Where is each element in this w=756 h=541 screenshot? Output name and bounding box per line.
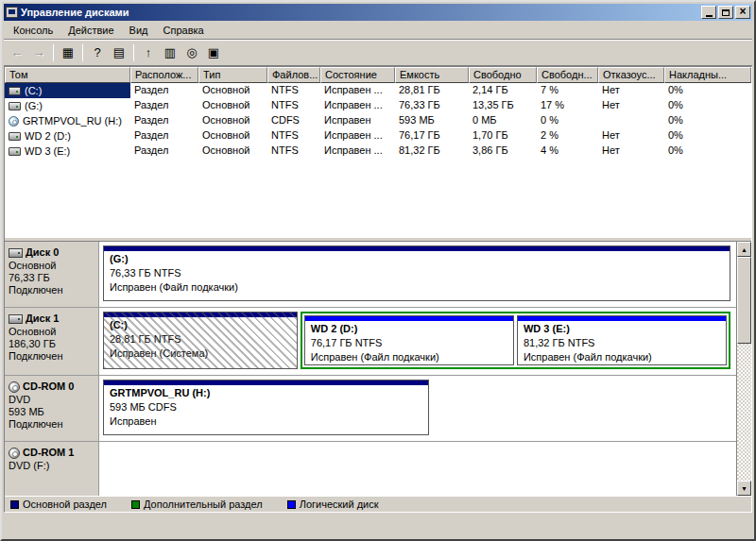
- forward-button[interactable]: →: [28, 42, 49, 63]
- column-header-volume[interactable]: Том: [5, 67, 130, 83]
- partition-status: Исправен (Система): [104, 346, 297, 360]
- cd-icon: [9, 116, 19, 127]
- column-header-type[interactable]: Тип: [198, 67, 267, 83]
- fault-tolerance-cell: Нет: [598, 128, 664, 144]
- type-cell: Основной: [198, 98, 267, 113]
- column-header-filesystem[interactable]: Файлов...: [267, 67, 320, 83]
- partition-wd2-d[interactable]: WD 2 (D:) 76,17 ГБ NTFS Исправен (Файл п…: [304, 315, 514, 365]
- cdrom1-label[interactable]: CD-ROM 1 DVD (F:): [5, 442, 99, 496]
- show-console-tree-button[interactable]: ▦: [58, 42, 78, 63]
- disk-size: 186,30 ГБ: [9, 338, 95, 350]
- menu-help[interactable]: Справка: [156, 22, 212, 39]
- free-pct-cell: 17 %: [537, 98, 598, 113]
- minimize-icon: [706, 15, 713, 17]
- fault-tolerance-cell: Нет: [598, 98, 664, 113]
- status-cell: Исправен ...: [320, 128, 395, 144]
- export-list-button[interactable]: ▤: [109, 42, 129, 63]
- minimize-button[interactable]: [701, 6, 716, 19]
- disk0-label[interactable]: Диск 0 Основной 76,33 ГБ Подключен: [5, 242, 99, 307]
- disk-kind: Основной: [9, 260, 95, 272]
- filesystem-cell: NTFS: [267, 98, 320, 113]
- column-header-free[interactable]: Свободно: [469, 67, 537, 83]
- partition-status: Исправен: [104, 414, 428, 428]
- volume-name-cell: WD 2 (D:): [5, 128, 130, 144]
- disk-status: Подключен: [9, 350, 95, 363]
- menu-view[interactable]: Вид: [122, 22, 156, 39]
- partition-grtmpvol-h[interactable]: GRTMPVOL_RU (H:) 593 МБ CDFS Исправен: [103, 380, 429, 435]
- column-header-status[interactable]: Состояние: [320, 67, 395, 83]
- partition-size: 81,32 ГБ NTFS: [518, 335, 726, 349]
- partition-size: 28,81 ГБ NTFS: [104, 331, 297, 346]
- partition-wd3-e[interactable]: WD 3 (E:) 81,32 ГБ NTFS Исправен (Файл п…: [517, 315, 727, 365]
- layout-cell: Раздел: [130, 83, 198, 98]
- menu-console[interactable]: Консоль: [6, 22, 60, 39]
- find-button[interactable]: ◎: [181, 42, 202, 63]
- volume-name-cell: (C:): [5, 83, 130, 98]
- volume-row-h[interactable]: GRTMPVOL_RU (H:) Раздел Основной CDFS Ис…: [5, 113, 751, 128]
- scrollbar-thumb[interactable]: [737, 257, 751, 344]
- partition-g[interactable]: (G:) 76,33 ГБ NTFS Исправен (Файл подкач…: [103, 245, 730, 301]
- back-button[interactable]: ←: [7, 42, 27, 63]
- column-header-capacity[interactable]: Емкость: [395, 67, 469, 83]
- toolbar-separator: [82, 44, 83, 61]
- overhead-cell: 0%: [664, 144, 751, 159]
- layout-cell: Раздел: [130, 128, 198, 144]
- status-cell: Исправен: [320, 113, 395, 128]
- disk-kind: DVD: [9, 394, 95, 406]
- up-level-button[interactable]: ↑: [138, 42, 159, 63]
- views-icon: ▣: [208, 45, 219, 59]
- cdrom0-label[interactable]: CD-ROM 0 DVD 593 МБ Подключен: [5, 376, 99, 441]
- column-header-overhead[interactable]: Накладны...: [664, 67, 751, 83]
- scrollbar-track[interactable]: [737, 344, 751, 481]
- status-cell: Исправен ...: [320, 144, 395, 159]
- close-button[interactable]: ×: [735, 6, 750, 19]
- partition-size: 76,33 ГБ NTFS: [104, 265, 730, 279]
- filesystem-cell: CDFS: [267, 113, 320, 128]
- extended-partition-swatch: [131, 500, 140, 509]
- logical-disk-swatch: [287, 500, 296, 509]
- disk-size: 593 МБ: [9, 406, 95, 418]
- scroll-down-button[interactable]: ▼: [737, 481, 751, 496]
- maximize-icon: [722, 9, 730, 16]
- volume-row-d[interactable]: WD 2 (D:) Раздел Основной NTFS Исправен …: [5, 128, 751, 144]
- column-header-free-pct[interactable]: Свободн...: [537, 67, 598, 83]
- disk1-label[interactable]: Диск 1 Основной 186,30 ГБ Подключен: [5, 308, 99, 375]
- column-header-fault-tolerance[interactable]: Отказоус...: [598, 67, 664, 83]
- column-header-layout[interactable]: Располож...: [130, 67, 198, 83]
- volume-row-g[interactable]: (G:) Раздел Основной NTFS Исправен ... 7…: [5, 98, 751, 113]
- volume-row-e[interactable]: WD 3 (E:) Раздел Основной NTFS Исправен …: [5, 144, 751, 159]
- filesystem-cell: NTFS: [267, 128, 320, 144]
- graphical-view: Диск 0 Основной 76,33 ГБ Подключен (G:) …: [5, 242, 751, 496]
- drive-icon: [9, 102, 21, 110]
- volume-row-c[interactable]: (C:) Раздел Основной NTFS Исправен ... 2…: [5, 83, 751, 98]
- empty-media-area: [99, 442, 736, 496]
- partition-status: Исправен (Файл подкачки): [518, 349, 726, 363]
- status-cell: Исправен ...: [320, 98, 395, 113]
- back-icon: ←: [11, 45, 24, 59]
- partition-title: GRTMPVOL_RU (H:): [104, 385, 428, 399]
- maximize-button[interactable]: [718, 6, 733, 19]
- scroll-up-button[interactable]: ▲: [737, 242, 751, 257]
- partition-status: Исправен (Файл подкачки): [104, 279, 730, 294]
- views-button[interactable]: ▣: [203, 42, 224, 63]
- menu-action[interactable]: Действие: [60, 22, 121, 39]
- partition-c-selected[interactable]: (C:) 28,81 ГБ NTFS Исправен (Система): [103, 312, 298, 369]
- help-button[interactable]: ?: [87, 42, 108, 63]
- title-bar[interactable]: Управление дисками ×: [4, 4, 752, 21]
- export-list-icon: ▤: [113, 45, 125, 59]
- capacity-cell: 28,81 ГБ: [395, 83, 469, 98]
- scroll-up-icon: ▲: [741, 246, 747, 253]
- type-cell: Основной: [198, 144, 267, 159]
- open-button[interactable]: ▥: [160, 42, 180, 63]
- open-folder-icon: ▥: [164, 45, 176, 59]
- vertical-scrollbar[interactable]: ▲ ▼: [736, 242, 751, 496]
- toolbar: ← → ▦ ? ▤ ↑ ▥ ◎ ▣: [4, 40, 752, 66]
- volume-name-cell: WD 3 (E:): [5, 144, 130, 159]
- disk-row-0: Диск 0 Основной 76,33 ГБ Подключен (G:) …: [5, 242, 736, 308]
- type-cell: Основной: [198, 83, 267, 98]
- close-icon: ×: [739, 6, 746, 17]
- legend-primary-partition: Основной раздел: [10, 499, 107, 510]
- partition-title: (C:): [104, 317, 297, 331]
- volume-name-cell: (G:): [5, 98, 130, 113]
- primary-partition-swatch: [10, 500, 19, 509]
